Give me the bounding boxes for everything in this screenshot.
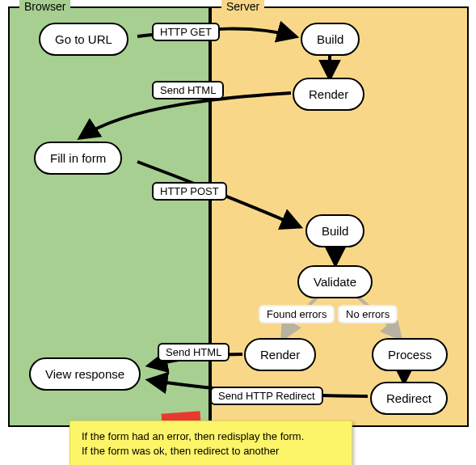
- edge-send-redirect: Send HTTP Redirect: [210, 387, 323, 405]
- edge-http-get: HTTP GET: [152, 23, 220, 41]
- step-fill-in-form: Fill in form: [34, 142, 122, 175]
- step-validate: Validate: [297, 265, 373, 298]
- edge-found-errors: Found errors: [259, 305, 335, 323]
- lane-title-browser: Browser: [19, 0, 70, 13]
- edge-send-html-1: Send HTML: [152, 81, 224, 99]
- step-build-2: Build: [305, 214, 364, 247]
- step-build-1: Build: [301, 23, 360, 56]
- step-view-response: View response: [29, 357, 141, 391]
- step-render-1: Render: [293, 78, 364, 111]
- step-redirect: Redirect: [370, 382, 448, 415]
- diagram-stage: { "lanes": { "browser": "Browser", "serv…: [0, 0, 476, 465]
- edge-no-errors: No errors: [338, 305, 398, 323]
- footer-note: If the form had an error, then redisplay…: [70, 421, 352, 465]
- step-go-to-url: Go to URL: [39, 23, 128, 56]
- step-render-2: Render: [244, 338, 316, 371]
- step-process: Process: [372, 338, 448, 371]
- note-line-2: If the form was ok, then redirect to ano…: [82, 444, 340, 459]
- edge-send-html-2: Send HTML: [158, 343, 230, 361]
- lane-title-server: Server: [221, 0, 264, 13]
- note-line-1: If the form had an error, then redisplay…: [82, 429, 340, 444]
- edge-http-post: HTTP POST: [152, 182, 227, 201]
